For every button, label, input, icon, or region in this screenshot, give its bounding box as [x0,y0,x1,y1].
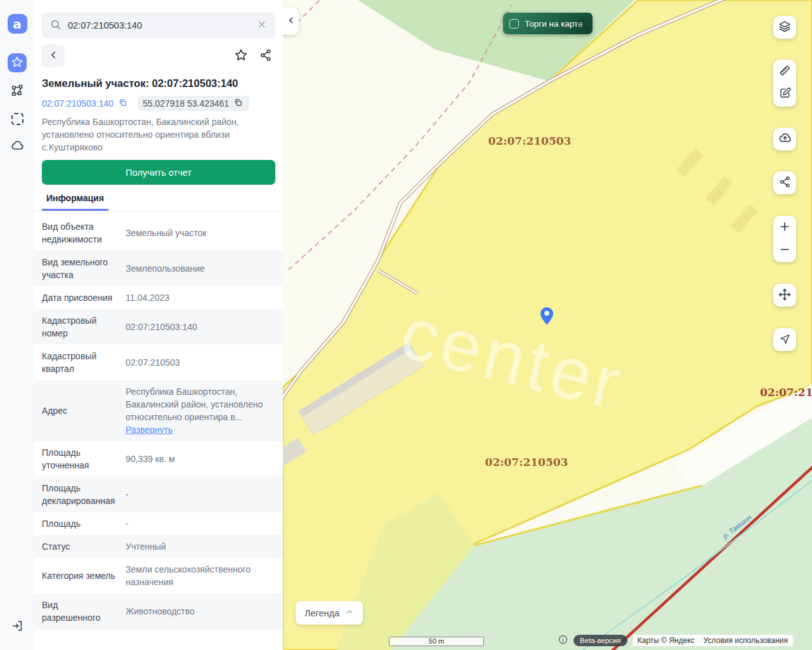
share-map-button[interactable] [773,171,796,194]
terms-of-use-link[interactable]: Условия использования [704,636,788,645]
row-value: - [126,488,275,501]
clear-search-button[interactable] [256,18,268,32]
object-address: Республика Башкортостан, Бакалинский рай… [42,116,270,154]
row-value-text: Землепользование [126,263,205,274]
row-value-text: Животноводство [126,606,195,616]
row-label: Категория земель [42,569,118,582]
share-icon [778,175,792,190]
zoom-control-group [773,216,796,262]
row-value: 02:07:210503 [126,356,275,369]
row-value-text: Республика Башкортостан, Бакалинский рай… [126,387,263,422]
upload-button[interactable] [773,128,796,150]
gavel-icon [573,14,593,34]
tab-bar: Информация [34,192,283,211]
trades-checkbox[interactable] [509,19,519,29]
chevron-left-icon [287,16,296,27]
yandex-copyright-link[interactable]: Карты © Яндекс [638,636,695,645]
map-attribution: Beta-версия Карты © Яндекс Условия испол… [558,634,793,647]
layers-icon [778,20,792,36]
table-row: Кадастровый номер02:07:210503:140 [34,309,283,345]
cloud-upload-icon [778,131,792,147]
close-icon [257,20,266,31]
table-row: СтатусУчтенный [34,535,283,558]
row-value: Земли сельскохозяйственного назначения [126,563,275,588]
map-scale-bar: 50 m [389,637,484,646]
map-canvas[interactable]: center р. Тамшин 02:07:210503 02:07:2105… [283,0,812,650]
favorite-button[interactable] [231,45,251,67]
measure-edit-group [773,60,796,107]
table-row: Дата присвоения11.04.2023 [34,286,283,309]
row-label: Вид объекта недвижимости [42,220,118,246]
legend-button[interactable]: Легенда [296,601,363,625]
ruler-icon [778,63,792,79]
edit-button[interactable] [773,83,796,105]
row-label: Вид разрешенного [42,599,118,624]
get-report-button[interactable]: Получить отчет [42,160,275,185]
minus-icon [778,243,791,258]
sidebar-item-draw-polygon[interactable] [8,81,27,100]
layers-button[interactable] [773,16,796,39]
sidebar-item-cloud[interactable] [8,137,27,156]
star-icon [10,55,24,71]
share-object-button[interactable] [256,46,275,67]
sidebar-item-select-area[interactable] [8,109,27,128]
row-value-text: Земельный участок [126,228,206,238]
sidebar-item-favorites[interactable] [8,53,27,72]
row-value-text: Земли сельскохозяйственного назначения [126,564,251,587]
collapse-panel-button[interactable] [283,8,299,35]
copy-icon [233,98,243,109]
table-row: Категория земельЗемли сельскохозяйственн… [34,558,283,594]
zoom-out-button[interactable] [773,239,796,262]
back-button[interactable] [42,44,65,67]
chevron-left-icon [48,50,59,62]
plus-icon [778,220,791,235]
identifier-row: 02:07:210503:140 55.027918 53.423461 [42,96,275,110]
row-value-text: 02:07:210503 [126,357,180,368]
locate-me-button[interactable] [773,328,796,351]
beta-badge: Beta-версия [573,635,627,646]
app-logo-letter: a [13,17,22,32]
cadastral-number-link[interactable]: 02:07:210503:140 [42,98,114,109]
page-title: Земельный участок: 02:07:210503:140 [42,77,275,90]
details-panel: Земельный участок: 02:07:210503:140 02:0… [34,0,283,650]
copy-coordinates-button[interactable] [232,96,244,110]
row-value-text: Учтенный [126,541,166,552]
sidebar-item-login[interactable] [8,617,27,636]
info-button[interactable] [558,634,568,647]
table-row: Вид объекта недвижимостиЗемельный участо… [34,215,283,251]
cloud-icon [10,138,25,155]
row-value-text: 90,339 кв. м [126,454,175,464]
row-label: Площадь уточненная [42,446,118,472]
star-outline-icon [233,48,249,65]
measure-button[interactable] [773,60,796,83]
chevron-up-icon [345,607,354,618]
row-value: Земельный участок [126,227,275,239]
table-row: Площадь декларированная- [34,477,283,512]
table-row: Кадастровый квартал02:07:210503 [34,345,283,380]
row-value-text: 11.04.2023 [126,293,169,303]
map-tiles: center р. Тамшин 02:07:210503 02:07:2105… [283,0,812,650]
row-value: Землепользование [126,262,275,275]
row-value: 90,339 кв. м [126,453,275,465]
table-row: Вид земельного участкаЗемлепользование [34,251,283,286]
quarter-label-1: 02:07:210503 [488,135,572,147]
app-logo[interactable]: a [8,14,27,34]
quarter-label-partial: 02:07:210 [760,386,812,399]
row-value-text: - [126,519,129,529]
pan-mode-button[interactable] [773,284,796,307]
row-label: Площадь декларированная [42,482,118,507]
trades-on-map-toggle[interactable]: Торги на карте [503,13,593,34]
zoom-in-button[interactable] [773,216,796,239]
expand-address-link[interactable]: Развернуть [126,423,173,436]
row-value: Республика Башкортостан, Бакалинский рай… [126,385,275,436]
move-icon [778,288,792,303]
tab-information[interactable]: Информация [42,193,108,211]
search-box [42,13,275,38]
copy-cadastral-button[interactable] [117,96,129,110]
app-sidebar: a [0,0,34,650]
search-input[interactable] [67,20,251,31]
navigation-arrow-icon [778,333,791,347]
row-label: Статус [42,540,118,553]
search-icon [49,18,62,33]
coordinates-value: 55.027918 53.423461 [143,98,229,109]
